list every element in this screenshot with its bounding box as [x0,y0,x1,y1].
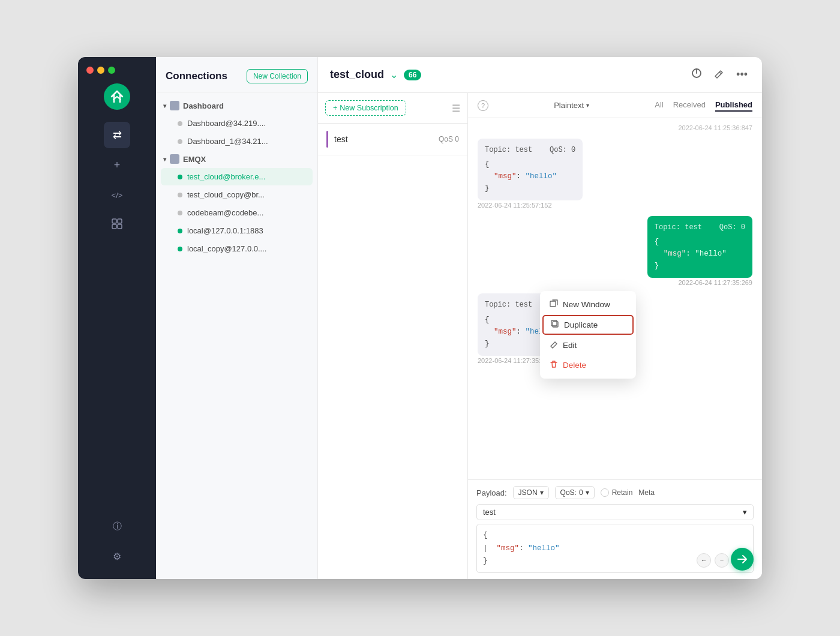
format-select[interactable]: JSON ▾ [513,486,549,499]
meta-button[interactable]: Meta [638,488,655,497]
plus-icon: + [333,104,337,112]
context-menu-duplicate[interactable]: Duplicate [542,315,634,335]
app-logo [104,83,130,110]
connection-status-dot [178,247,182,251]
connection-status-dot [178,229,182,233]
tab-all[interactable]: All [655,99,663,112]
main-header: test_cloud ⌄ 66 ••• [318,57,762,93]
message-body: "msg": "hello" [655,248,745,260]
context-menu-new-window-label: New Window [563,300,610,309]
context-menu-delete[interactable]: Delete [540,355,636,375]
topic-input[interactable]: test ▾ [476,504,754,520]
connection-item[interactable]: Dashboard_1@34.21... [161,133,313,150]
context-menu-new-window[interactable]: New Window [540,295,636,314]
subscriptions-toolbar: + New Subscription ☰ [318,93,467,124]
connections-header: Connections New Collection [156,57,317,92]
chevron-down-icon: ▾ [586,102,589,109]
connection-status-dot [178,121,182,126]
format-value: JSON [518,488,538,497]
svg-rect-0 [112,219,116,223]
message-count-badge: 66 [404,70,421,80]
info-icon: ⓘ [113,521,122,532]
connection-item[interactable]: codebeam@codebe... [161,204,313,221]
svg-line-6 [719,72,721,74]
group-dashboard[interactable]: ▾ Dashboard [156,97,317,114]
sidebar-item-connections[interactable]: ⇄ [104,122,130,148]
message-group: Topic: test QoS: 0 { "msg": "hello" } 20… [478,216,752,286]
close-button[interactable] [86,67,94,74]
message-body: { [485,158,575,170]
edit-button[interactable] [712,66,727,84]
message-timestamp: 2022-06-24 11:25:57:152 [478,202,752,209]
payload-line1: { [483,529,747,542]
svg-rect-1 [118,219,122,223]
help-icon[interactable]: ? [478,100,488,111]
connection-item-active[interactable]: test_cloud@broker.e... [161,168,313,185]
tab-received[interactable]: Received [673,99,706,112]
qos-select[interactable]: QoS: 0 ▾ [555,486,595,499]
connection-item[interactable]: test_cloud_copy@br... [161,186,313,203]
sidebar-item-info[interactable]: ⓘ [104,513,130,539]
sidebar-item-code[interactable]: </> [104,182,130,208]
connection-label: Dashboard@34.219.... [187,119,266,128]
header-actions: ••• [689,65,750,84]
connections-panel: Connections New Collection ▾ Dashboard D… [156,57,318,579]
connection-label: local_copy@127.0.0.... [187,244,266,253]
group-icon [170,154,179,164]
send-button[interactable] [731,548,754,571]
add-icon: + [114,159,121,172]
context-menu-duplicate-label: Duplicate [564,320,598,329]
connection-item[interactable]: local@127.0.0.1:1883 [161,222,313,239]
new-collection-button[interactable]: New Collection [247,69,308,83]
group-icon [170,101,179,110]
retain-circle-icon [601,488,609,497]
sidebar-bottom: ⓘ ⚙ [104,513,130,569]
minus-button[interactable]: − [715,553,729,568]
message-timestamp: 2022-06-24 11:27:35:269 [478,279,752,286]
connection-status-dot [178,139,182,144]
chevron-down-icon: ▾ [163,156,166,163]
tab-published[interactable]: Published [715,99,752,112]
format-label: Plaintext [554,101,584,110]
sidebar-item-add[interactable]: + [104,152,130,178]
connection-item[interactable]: Dashboard@34.219.... [161,115,313,132]
context-menu-edit-label: Edit [563,341,577,350]
maximize-button[interactable] [108,67,115,74]
older-timestamp: 2022-06-24 11:25:36:847 [478,124,752,131]
context-menu-edit[interactable]: Edit [540,335,636,355]
format-selector[interactable]: Plaintext ▾ [554,101,589,110]
connection-title: test_cloud [330,68,384,81]
connection-label: Dashboard_1@34.21... [187,137,268,146]
message-tabs: All Received Published [655,99,752,112]
retain-label: Retain [612,488,633,497]
messages-toolbar: ? Plaintext ▾ All Received Published [468,93,762,118]
chevron-down-icon: ▾ [586,488,589,497]
connection-item[interactable]: local_copy@127.0.0.... [161,240,313,257]
group-label: EMQX [183,155,206,164]
prev-button[interactable]: ← [697,553,711,568]
sidebar-nav: ⇄ + </> [78,122,156,238]
sidebar-item-settings[interactable]: ⚙ [104,543,130,569]
svg-rect-3 [118,224,122,229]
subscriptions-panel: + New Subscription ☰ test QoS 0 [318,93,468,579]
minimize-button[interactable] [97,67,104,74]
publish-toolbar: Payload: JSON ▾ QoS: 0 ▾ Retain [476,486,754,499]
svg-rect-9 [551,320,557,326]
connection-status-dot [178,211,182,215]
duplicate-icon [551,320,559,330]
main-content: test_cloud ⌄ 66 ••• [318,57,762,579]
more-options-button[interactable]: ••• [734,66,750,83]
topic-value: test [483,508,496,517]
new-subscription-button[interactable]: + New Subscription [325,100,406,116]
sidebar-item-schema[interactable] [104,212,130,238]
publish-area: Payload: JSON ▾ QoS: 0 ▾ Retain [468,479,762,579]
schema-icon [112,218,122,232]
group-emqx[interactable]: ▾ EMQX [156,151,317,167]
connection-label: test_cloud_copy@br... [187,190,265,199]
payload-label: Payload: [476,488,507,497]
subscription-item[interactable]: test QoS 0 [318,124,467,155]
payload-input[interactable]: { | "msg": "hello" } ← − → [476,524,754,573]
retain-toggle[interactable]: Retain [601,488,633,497]
power-button[interactable] [689,65,704,84]
list-view-icon[interactable]: ☰ [452,103,460,114]
